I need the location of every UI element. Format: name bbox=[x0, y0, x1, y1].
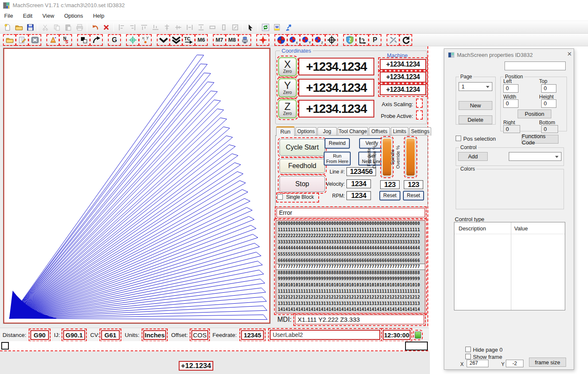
spindle-slider-bar[interactable] bbox=[406, 139, 415, 176]
open-file-icon[interactable] bbox=[13, 22, 24, 32]
menu-edit[interactable]: Edit bbox=[19, 11, 37, 21]
refresh-screen-icon[interactable] bbox=[260, 22, 271, 32]
status-led[interactable] bbox=[415, 331, 421, 339]
same-width-icon[interactable] bbox=[207, 22, 218, 32]
toolpath-canvas[interactable] bbox=[4, 49, 269, 323]
align-top-icon[interactable] bbox=[138, 22, 150, 32]
probe-icon[interactable] bbox=[126, 35, 139, 45]
align-bottom-icon[interactable] bbox=[150, 22, 161, 32]
gcode-line[interactable]: 6666666666666666666666666666666666666666… bbox=[276, 258, 425, 264]
gcode-list[interactable]: 0000000000000000000000000000000000000000… bbox=[276, 220, 425, 313]
same-size-icon[interactable] bbox=[229, 22, 241, 32]
corner-element-right[interactable] bbox=[405, 342, 428, 350]
align-right-icon[interactable] bbox=[127, 22, 138, 32]
user-label-field[interactable]: UserLabel2 bbox=[270, 330, 380, 340]
tab-limits[interactable]: Limits bbox=[391, 127, 408, 136]
tab-settings[interactable]: Settings bbox=[409, 127, 431, 136]
x-coord-field[interactable]: 267 bbox=[467, 360, 489, 367]
machine-coords-icon[interactable] bbox=[325, 35, 338, 45]
run-from-here-button[interactable]: Run From Here bbox=[324, 152, 351, 166]
offset-value[interactable]: COS bbox=[191, 330, 208, 340]
dro-y-icon[interactable]: Y bbox=[300, 35, 312, 45]
top-input[interactable]: 0 bbox=[541, 84, 556, 93]
m8-flood-icon[interactable]: M8 bbox=[226, 35, 238, 45]
bottom-input[interactable]: 0 bbox=[541, 125, 558, 133]
dro-all-icon[interactable] bbox=[275, 35, 287, 45]
space-across-icon[interactable] bbox=[184, 22, 195, 32]
axis-scaling-led[interactable] bbox=[416, 99, 423, 108]
menu-options[interactable]: Options bbox=[60, 11, 87, 21]
new-file-icon[interactable] bbox=[2, 22, 13, 32]
control-add-button[interactable]: Add bbox=[458, 152, 488, 161]
menu-view[interactable]: View bbox=[38, 11, 59, 21]
gcode-line[interactable]: 1010101010101010101010101010101010101010… bbox=[276, 282, 425, 289]
single-block-checkbox[interactable] bbox=[277, 194, 283, 200]
spindle-override-slider[interactable] bbox=[405, 137, 416, 177]
ij-value[interactable]: G90.1 bbox=[63, 330, 85, 340]
screen-set-icon[interactable]: M bbox=[271, 22, 282, 32]
corner-element-left[interactable] bbox=[1, 342, 9, 350]
m6-macro-icon[interactable]: M6 bbox=[195, 35, 207, 45]
gcode-line[interactable]: 5555555555555555555555555555555555555555… bbox=[276, 251, 425, 258]
set-origin-icon[interactable] bbox=[356, 35, 368, 45]
menu-help[interactable]: Help bbox=[89, 11, 109, 21]
paste-icon[interactable] bbox=[62, 22, 74, 32]
gcode-line[interactable]: 3333333333333333333333333333333333333333… bbox=[276, 239, 425, 246]
jog-xy-icon[interactable]: xY bbox=[139, 35, 151, 45]
config-tools-icon[interactable] bbox=[387, 35, 399, 45]
goto-z-icon[interactable] bbox=[157, 35, 169, 45]
close-gcode-icon[interactable] bbox=[29, 35, 41, 45]
height-input[interactable]: 0 bbox=[541, 99, 556, 108]
gcode-line[interactable]: 0000000000000000000000000000000000000000… bbox=[276, 221, 425, 227]
dro-y-value[interactable]: +1234.1234 bbox=[298, 79, 374, 96]
position-button[interactable]: Position bbox=[518, 110, 551, 118]
tool-change-icon[interactable]: TC bbox=[183, 35, 195, 45]
gcode-line[interactable]: 4444444444444444444444444444444444444444… bbox=[276, 245, 425, 251]
hide-page-checkbox[interactable] bbox=[465, 347, 471, 352]
width-input[interactable]: 0 bbox=[503, 99, 518, 108]
gcode-line[interactable]: 7777777777777777777777777777777777777777… bbox=[276, 264, 425, 270]
load-gcode-icon[interactable] bbox=[3, 35, 16, 45]
dro-x-icon[interactable]: x bbox=[287, 35, 300, 45]
show-frame-checkbox[interactable] bbox=[465, 354, 471, 359]
element-name-field[interactable] bbox=[505, 61, 566, 70]
import-elements-icon[interactable] bbox=[282, 22, 294, 32]
units-value[interactable]: Inches bbox=[143, 330, 166, 340]
gcode-line[interactable]: 8888888888888888888888888888888888888888… bbox=[276, 270, 425, 276]
page-select[interactable]: 1 bbox=[459, 82, 492, 91]
distance-value[interactable]: G90 bbox=[30, 330, 49, 340]
select-pointer-icon[interactable] bbox=[244, 22, 256, 32]
machine-dro-z[interactable]: +1234.1234 bbox=[380, 84, 426, 95]
velocity-value[interactable]: 1234 bbox=[346, 179, 371, 188]
spindle-reset-button[interactable]: Reset bbox=[403, 191, 424, 200]
goto-zs-icon[interactable] bbox=[170, 35, 182, 45]
regen-toolpath-icon[interactable] bbox=[90, 35, 102, 45]
delete-icon[interactable] bbox=[100, 22, 112, 32]
cut-icon[interactable] bbox=[40, 22, 51, 32]
floating-dro[interactable]: +12.1234 bbox=[179, 361, 213, 371]
gcode-g-icon[interactable]: G bbox=[108, 35, 121, 45]
tab-run[interactable]: Run bbox=[276, 126, 295, 136]
tab-offsets[interactable]: Offsets bbox=[369, 127, 390, 136]
edit-gcode-icon[interactable] bbox=[16, 35, 28, 45]
safe-z-icon[interactable]: Z bbox=[344, 35, 356, 45]
park-icon[interactable]: P bbox=[369, 35, 381, 45]
functions-code-button[interactable]: Functions Code bbox=[521, 135, 558, 144]
page-delete-button[interactable]: Delete bbox=[459, 115, 492, 124]
control-type-table[interactable]: Description Value bbox=[454, 222, 565, 310]
dro-z-icon[interactable]: z bbox=[313, 35, 325, 45]
dialog-close-button[interactable]: × bbox=[565, 50, 574, 58]
cv-value[interactable]: G61 bbox=[101, 330, 120, 340]
mdi-input[interactable]: X1.111 Y2.222 Z3.333 bbox=[295, 315, 424, 324]
frame-size-button[interactable]: frame size bbox=[529, 358, 566, 367]
y-coord-field[interactable]: -2 bbox=[506, 360, 524, 367]
regen-icon[interactable] bbox=[400, 35, 412, 45]
print-icon[interactable] bbox=[74, 22, 85, 32]
feedrate-reset-button[interactable]: Reset bbox=[379, 191, 400, 200]
clock-field[interactable]: 12:30:00 bbox=[383, 330, 411, 340]
machine-dro-x[interactable]: +1234.1234 bbox=[380, 59, 426, 70]
error-field[interactable]: Error bbox=[277, 208, 425, 217]
tab-jog[interactable]: Jog bbox=[317, 127, 337, 136]
tab-tool-change[interactable]: Tool Change bbox=[338, 127, 368, 136]
gcode-line[interactable]: 1313131313131313131313131313131313131313… bbox=[276, 301, 425, 307]
